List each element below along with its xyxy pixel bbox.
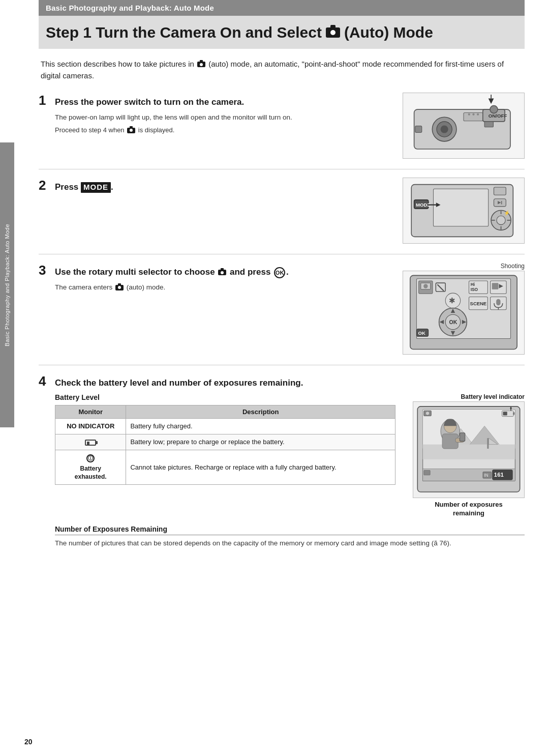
- svg-point-3: [441, 125, 448, 133]
- step-2-section: 2 Press MODE. MODE: [39, 178, 525, 244]
- step-3-svg: Hi ISO SCENE ✱: [403, 271, 524, 354]
- page-number: 20: [24, 738, 33, 746]
- table-row: Battery low; prepare to charge or replac…: [55, 434, 395, 450]
- svg-rect-72: [460, 433, 465, 442]
- desc-low-battery: Battery low; prepare to charge or replac…: [126, 434, 395, 450]
- desc-no-indicator: Battery fully charged.: [126, 419, 395, 434]
- step-4-body: Battery Level Monitor Description NO IND…: [55, 393, 525, 549]
- main-title: Step 1 Turn the Camera On and Select (Au…: [39, 16, 525, 49]
- side-tab-label: Basic Photography and Playback: Auto Mod…: [4, 224, 11, 346]
- svg-text:ISO: ISO: [471, 287, 478, 292]
- battery-level-label: Battery Level: [55, 393, 395, 401]
- step-4-cols: Battery Level Monitor Description NO IND…: [55, 393, 525, 518]
- battery-camera-diagram: 161 IN: [413, 401, 525, 498]
- step-3-heading: 3 Use the rotary multi selector to choos…: [39, 263, 393, 278]
- svg-rect-66: [487, 438, 489, 449]
- svg-rect-16: [434, 189, 489, 226]
- mode-badge: MODE: [81, 182, 111, 193]
- step-4-left: Battery Level Monitor Description NO IND…: [55, 393, 395, 485]
- step-1-body-line-2: Proceed to step 4 when is displayed.: [55, 126, 393, 135]
- battery-camera-svg: 161 IN: [413, 402, 524, 498]
- battery-low-icon: [85, 440, 96, 446]
- svg-text:SCENE: SCENE: [470, 301, 487, 306]
- svg-point-9: [490, 106, 498, 113]
- step-4-section: 4 Check the battery level and number of …: [39, 373, 525, 549]
- step-4-right: Battery level indicator: [408, 393, 525, 518]
- svg-text:ON/OFF: ON/OFF: [489, 113, 507, 119]
- info-circle-icon: ⓘ: [86, 454, 95, 462]
- step-1-body: The power-on lamp will light up, the len…: [55, 112, 393, 135]
- step-2-heading: 2 Press MODE.: [39, 178, 393, 193]
- svg-marker-7: [489, 98, 494, 104]
- step-2-number: 2: [39, 178, 50, 193]
- svg-rect-85: [424, 470, 430, 475]
- step-2-image: MODE ⚡: [403, 178, 525, 244]
- step-2-title: Press MODE.: [55, 182, 113, 193]
- battery-table-body: NO INDICATOR Battery fully charged. Batt…: [55, 419, 395, 485]
- monitor-exhausted: ⓘ Batteryexhausted.: [55, 450, 126, 485]
- table-row: NO INDICATOR Battery fully charged.: [55, 419, 395, 434]
- camera-icon-title: [326, 27, 340, 38]
- col-monitor: Monitor: [55, 405, 126, 419]
- svg-text:IN: IN: [484, 473, 488, 478]
- exposures-body: The number of pictures that can be store…: [55, 538, 525, 549]
- battery-table: Monitor Description NO INDICATOR Battery…: [55, 405, 395, 485]
- step-1-separator: [39, 169, 525, 169]
- step-3-number: 3: [39, 263, 50, 278]
- exposures-heading: Number of Exposures Remaining: [55, 525, 525, 535]
- svg-rect-10: [484, 122, 493, 127]
- side-tab: Basic Photography and Playback: Auto Mod…: [0, 142, 14, 427]
- svg-rect-42: [492, 283, 499, 289]
- main-title-text: Step 1 Turn the Camera On and Select: [46, 24, 322, 42]
- step-2-diagram: MODE ⚡: [403, 178, 525, 244]
- battery-table-header-row: Monitor Description: [55, 405, 395, 419]
- step-1-content: 1 Press the power switch to turn on the …: [39, 93, 393, 138]
- svg-text:⚡: ⚡: [504, 210, 510, 216]
- svg-rect-65: [423, 445, 515, 459]
- step-1-body-line-1: The power-on lamp will light up, the len…: [55, 112, 393, 123]
- svg-point-25: [497, 216, 505, 224]
- svg-text:OK: OK: [449, 319, 458, 325]
- monitor-no-indicator: NO INDICATOR: [55, 419, 126, 434]
- desc-exhausted: Cannot take pictures. Recharge or replac…: [126, 450, 395, 485]
- exposures-section: Number of Exposures Remaining The number…: [55, 525, 525, 549]
- header-bar: Basic Photography and Playback: Auto Mod…: [39, 0, 525, 16]
- battery-indicator-label: Battery level indicator: [461, 393, 525, 400]
- svg-text:161: 161: [494, 472, 504, 478]
- svg-point-13: [472, 113, 474, 115]
- header-title: Basic Photography and Playback: Auto Mod…: [46, 4, 214, 12]
- camera-icon-step3b: [115, 285, 124, 290]
- svg-text:OK: OK: [418, 330, 425, 336]
- step-1-section: 1 Press the power switch to turn on the …: [39, 93, 525, 159]
- main-title-suffix: (Auto) Mode: [344, 24, 433, 42]
- step-1-heading: 1 Press the power switch to turn on the …: [39, 93, 393, 108]
- battery-indicator-label-area: Battery level indicator: [413, 393, 525, 400]
- battery-exhausted-label: Batteryexhausted.: [59, 464, 121, 482]
- svg-rect-17: [494, 187, 506, 195]
- svg-rect-11: [415, 126, 422, 133]
- battery-table-head: Monitor Description: [55, 405, 395, 419]
- step-4-title: Check the battery level and number of ex…: [55, 377, 303, 388]
- exposures-remaining-label: Number of exposuresremaining: [413, 501, 525, 518]
- step-4-number: 4: [39, 373, 50, 389]
- table-row: ⓘ Batteryexhausted. Cannot take pictures…: [55, 450, 395, 485]
- camera-icon-intro: [197, 62, 205, 67]
- step-1-svg: ON/OFF: [403, 93, 524, 158]
- step-3-content: 3 Use the rotary multi selector to choos…: [39, 263, 393, 296]
- ok-button-label: OK: [274, 267, 285, 278]
- step-3-image: Shooting Hi: [403, 263, 525, 355]
- shooting-label: Shooting: [403, 263, 525, 270]
- svg-point-14: [477, 113, 479, 115]
- step-3-title: Use the rotary multi selector to choose …: [55, 267, 289, 278]
- svg-text:✱: ✱: [449, 297, 455, 305]
- col-description: Description: [126, 405, 395, 419]
- step-4-right-inner: Battery level indicator: [413, 393, 525, 518]
- intro-paragraph: This section describes how to take pictu…: [39, 58, 525, 82]
- step-3-body-line-1: The camera enters (auto) mode.: [55, 282, 393, 293]
- step-1-number: 1: [39, 93, 50, 108]
- step-4-heading: 4 Check the battery level and number of …: [39, 373, 525, 389]
- step-3-separator: [39, 365, 525, 365]
- step-1-title: Press the power switch to turn on the ca…: [55, 97, 244, 107]
- step-3-body: The camera enters (auto) mode.: [55, 282, 393, 293]
- step-2-svg: MODE ⚡: [403, 178, 524, 243]
